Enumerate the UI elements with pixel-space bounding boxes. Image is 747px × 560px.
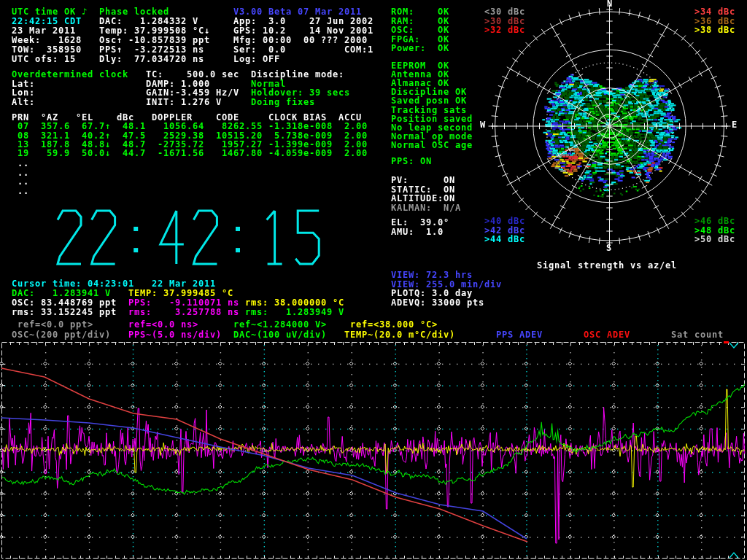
power-status: Power: OK: [391, 44, 449, 53]
label-osc-adev: OSC ADEV: [584, 330, 630, 340]
adev-queue: ADEVQ: 33000 pts: [391, 298, 484, 308]
dly-readout: Dly: 77.034720 ns: [99, 55, 204, 64]
legend-gt32: >32 dBc: [484, 26, 525, 35]
scale-dac: DAC~(100 uV/div): [233, 330, 327, 340]
alt-label: Alt:: [12, 98, 35, 107]
disc-mode-3: Doing fixes: [251, 98, 315, 107]
sat-dots-4: ..: [12, 187, 29, 196]
compass-s: S: [606, 244, 612, 253]
polar-caption: Signal strength vs az/el: [537, 261, 677, 271]
legend-gt44: >44 dBc: [484, 235, 525, 244]
utc-offset: UTC ofs: 15: [12, 55, 76, 64]
rms-dac: rms: 1.283949 V: [245, 308, 344, 317]
legend-gt50: >50 dBc: [694, 235, 735, 244]
ref-pps: ref=<0.0 ns>: [128, 320, 198, 330]
compass-w: W: [480, 120, 486, 130]
lady-heather-screen: UTC time OK ♪22:42:15 CDT23 Mar 2011Week…: [0, 0, 747, 560]
ref-osc: ref=<0.0 ppt>: [18, 320, 93, 330]
legend-gt38: >38 dBc: [694, 26, 735, 35]
compass-e: E: [732, 120, 738, 130]
rms-osc: rms: 33.152245 ppt: [12, 308, 117, 317]
init-readout: INIT: 1.276 V: [146, 98, 222, 107]
amu-mask: AMU: 1.0: [391, 228, 444, 237]
label-sat-count: Sat count: [671, 330, 724, 340]
ref-dac: ref~<1.284000 V>: [233, 320, 327, 330]
sat-row-19: 19 59.9 50.0↓ 44.7 -1671.56 1467.80 -4.0…: [12, 149, 368, 158]
label-pps-adev: PPS ADEV: [496, 330, 543, 340]
ref-temp: ref=<38.000 °C>: [350, 320, 438, 330]
pps-state: PPS: ON: [391, 157, 432, 166]
scale-osc: OSC~(200 ppt/div): [12, 330, 111, 340]
scale-temp: TEMP~(20.0 m°C/div): [344, 330, 455, 340]
log-status: Log: OFF: [233, 55, 280, 64]
scale-pps: PPS~(5.0 ns/div): [128, 330, 222, 340]
compass-n: N: [607, 0, 613, 9]
status-oscage: Normal OSC age: [391, 141, 473, 150]
rms-pps: rms: 3.257788 ns: [128, 308, 239, 317]
kalman-state: KALMAN: N/A: [391, 203, 461, 213]
